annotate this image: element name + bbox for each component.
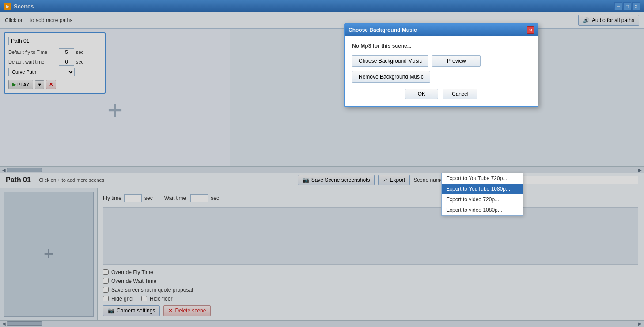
modal-ok-button[interactable]: OK: [405, 89, 438, 99]
export-item-youtube-1080p[interactable]: Export to YouTube 1080p...: [442, 184, 523, 194]
modal-body: No Mp3 for this scene... Choose Backgrou…: [345, 36, 538, 106]
modal-overlay: Choose Background Music ✕ No Mp3 for thi…: [0, 0, 644, 327]
main-window: ▶ Scenes ─ □ ✕ Click on + to add more pa…: [0, 0, 644, 327]
no-mp3-text: No Mp3 for this scene...: [352, 43, 530, 49]
choose-background-music-button[interactable]: Choose Background Music: [352, 55, 428, 67]
modal-footer: OK Cancel: [352, 89, 530, 99]
modal-remove-row: Remove Background Music: [352, 71, 530, 83]
remove-background-music-button[interactable]: Remove Background Music: [352, 71, 430, 83]
modal-title-bar: Choose Background Music ✕: [345, 24, 538, 36]
modal-title: Choose Background Music: [349, 27, 417, 33]
modal-cancel-button[interactable]: Cancel: [443, 89, 477, 99]
modal-close-button[interactable]: ✕: [527, 26, 534, 34]
preview-button[interactable]: Preview: [432, 55, 481, 67]
export-dropdown-menu: Export to YouTube 720p... Export to YouT…: [441, 173, 523, 216]
export-item-youtube-720p[interactable]: Export to YouTube 720p...: [442, 173, 523, 184]
choose-background-music-dialog: Choose Background Music ✕ No Mp3 for thi…: [344, 23, 538, 107]
export-item-video-1080p[interactable]: Export to video 1080p...: [442, 205, 523, 215]
export-item-video-720p[interactable]: Export to video 720p...: [442, 194, 523, 205]
modal-choose-row: Choose Background Music Preview: [352, 55, 530, 67]
